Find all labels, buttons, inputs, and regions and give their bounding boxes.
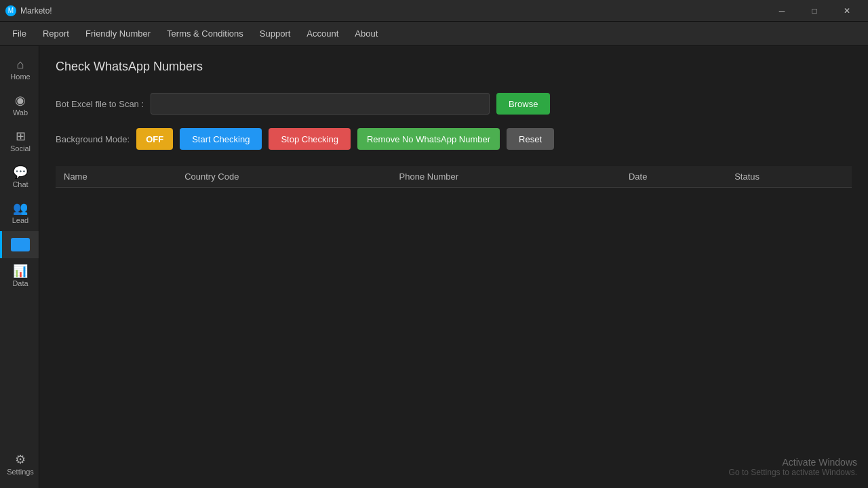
sidebar-label-chat: Chat: [12, 180, 28, 188]
browse-button[interactable]: Browse: [496, 93, 550, 115]
menu-friendly-number[interactable]: Friendly Number: [79, 26, 157, 41]
content-area: Check WhatsApp Numbers Bot Excel file to…: [39, 46, 868, 488]
col-country-code: Country Code: [176, 166, 391, 188]
reset-button[interactable]: Reset: [507, 128, 554, 150]
file-path-input[interactable]: [151, 93, 490, 115]
menu-report[interactable]: Report: [36, 26, 76, 41]
sidebar-bottom: ⚙ Settings: [0, 447, 39, 488]
menu-about[interactable]: About: [348, 26, 384, 41]
sidebar-item-active[interactable]: [0, 231, 39, 258]
menu-terms[interactable]: Terms & Conditions: [160, 26, 250, 41]
col-phone-number: Phone Number: [391, 166, 620, 188]
table-header-row: Name Country Code Phone Number Date Stat…: [56, 166, 852, 188]
main-layout: ⌂ Home ◉ Wab ⊞ Social 💬 Chat 👥 Lead 📊 Da…: [0, 46, 868, 488]
title-bar-controls: ─ □ ✕: [766, 0, 863, 22]
sidebar-item-settings[interactable]: ⚙ Settings: [0, 447, 39, 483]
col-name: Name: [56, 166, 176, 188]
wab-icon: ◉: [15, 94, 26, 106]
stop-checking-button[interactable]: Stop Checking: [269, 128, 351, 150]
background-mode-label: Background Mode:: [56, 134, 130, 144]
remove-no-whatsapp-button[interactable]: Remove No WhatsApp Number: [357, 128, 500, 150]
lead-icon: 👥: [13, 202, 28, 214]
sidebar-label-social: Social: [10, 144, 31, 152]
menu-file[interactable]: File: [5, 26, 33, 41]
toggle-button[interactable]: OFF: [136, 128, 173, 150]
page-title: Check WhatsApp Numbers: [56, 60, 852, 74]
home-icon: ⌂: [17, 58, 24, 70]
menu-account[interactable]: Account: [300, 26, 345, 41]
sidebar-item-chat[interactable]: 💬 Chat: [0, 159, 39, 195]
sidebar: ⌂ Home ◉ Wab ⊞ Social 💬 Chat 👥 Lead 📊 Da…: [0, 46, 39, 488]
settings-icon: ⚙: [15, 453, 26, 466]
app-title: Marketo!: [20, 6, 52, 16]
sidebar-item-lead[interactable]: 👥 Lead: [0, 195, 39, 231]
sidebar-label-home: Home: [10, 73, 30, 81]
active-icon: [11, 238, 30, 251]
controls-row: Background Mode: OFF Start Checking Stop…: [56, 128, 852, 150]
col-status: Status: [726, 166, 852, 188]
title-bar-left: M Marketo!: [5, 5, 52, 16]
sidebar-item-home[interactable]: ⌂ Home: [0, 52, 39, 87]
sidebar-item-social[interactable]: ⊞ Social: [0, 123, 39, 159]
minimize-button[interactable]: ─: [766, 0, 797, 22]
sidebar-item-data[interactable]: 📊 Data: [0, 258, 39, 294]
menu-bar: File Report Friendly Number Terms & Cond…: [0, 22, 868, 46]
app-icon: M: [5, 5, 16, 16]
menu-support[interactable]: Support: [253, 26, 298, 41]
sidebar-label-settings: Settings: [7, 468, 34, 476]
bot-file-label: Bot Excel file to Scan :: [56, 99, 144, 109]
data-table: Name Country Code Phone Number Date Stat…: [56, 166, 852, 188]
sidebar-label-lead: Lead: [12, 216, 28, 224]
sidebar-label-wab: Wab: [13, 108, 28, 117]
social-icon: ⊞: [16, 130, 26, 142]
sidebar-label-data: Data: [12, 279, 28, 287]
start-checking-button[interactable]: Start Checking: [180, 128, 262, 150]
data-icon: 📊: [13, 265, 28, 277]
close-button[interactable]: ✕: [831, 0, 863, 22]
col-date: Date: [620, 166, 726, 188]
sidebar-item-wab[interactable]: ◉ Wab: [0, 87, 39, 123]
chat-icon: 💬: [13, 166, 28, 178]
maximize-button[interactable]: □: [799, 0, 830, 22]
file-input-row: Bot Excel file to Scan : Browse: [56, 93, 852, 115]
title-bar: M Marketo! ─ □ ✕: [0, 0, 868, 22]
